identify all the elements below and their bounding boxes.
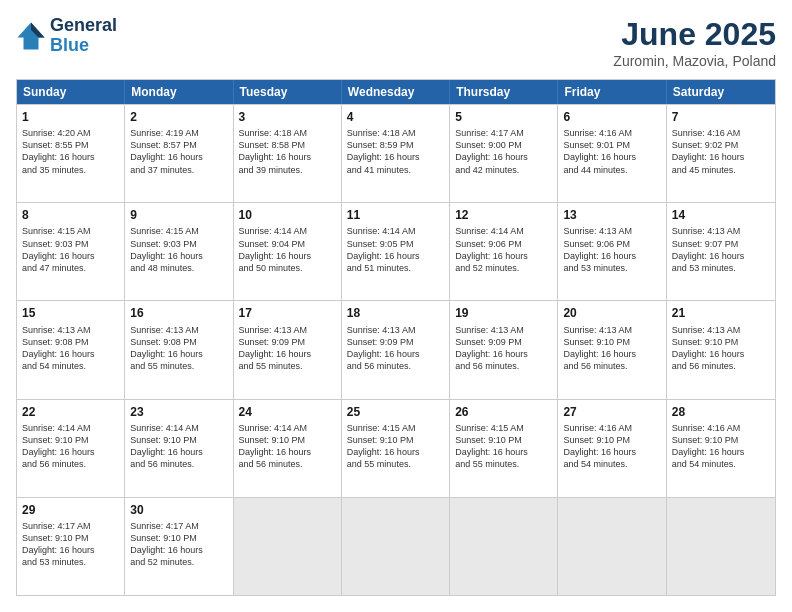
day-number: 23: [130, 404, 227, 420]
day-cell-9: 9Sunrise: 4:15 AMSunset: 9:03 PMDaylight…: [125, 203, 233, 300]
day-cell-7: 7Sunrise: 4:16 AMSunset: 9:02 PMDaylight…: [667, 105, 775, 202]
day-info: Daylight: 16 hours: [672, 446, 770, 458]
day-number: 4: [347, 109, 444, 125]
logo-blue: Blue: [50, 36, 117, 56]
day-info: Sunset: 9:09 PM: [347, 336, 444, 348]
day-info: Sunset: 9:03 PM: [22, 238, 119, 250]
day-cell-11: 11Sunrise: 4:14 AMSunset: 9:05 PMDayligh…: [342, 203, 450, 300]
day-info: and 56 minutes.: [22, 458, 119, 470]
day-info: Daylight: 16 hours: [22, 544, 119, 556]
day-info: Daylight: 16 hours: [455, 446, 552, 458]
day-cell-6: 6Sunrise: 4:16 AMSunset: 9:01 PMDaylight…: [558, 105, 666, 202]
day-info: Daylight: 16 hours: [130, 544, 227, 556]
day-info: Sunrise: 4:17 AM: [130, 520, 227, 532]
day-cell-2: 2Sunrise: 4:19 AMSunset: 8:57 PMDaylight…: [125, 105, 233, 202]
day-info: Sunset: 9:10 PM: [563, 434, 660, 446]
logo: General Blue: [16, 16, 117, 56]
day-cell-20: 20Sunrise: 4:13 AMSunset: 9:10 PMDayligh…: [558, 301, 666, 398]
day-info: Sunrise: 4:15 AM: [22, 225, 119, 237]
day-info: and 53 minutes.: [563, 262, 660, 274]
empty-cell: [558, 498, 666, 595]
day-info: Sunrise: 4:13 AM: [130, 324, 227, 336]
day-cell-5: 5Sunrise: 4:17 AMSunset: 9:00 PMDaylight…: [450, 105, 558, 202]
day-info: Sunset: 9:01 PM: [563, 139, 660, 151]
day-cell-18: 18Sunrise: 4:13 AMSunset: 9:09 PMDayligh…: [342, 301, 450, 398]
day-info: Sunrise: 4:16 AM: [563, 422, 660, 434]
day-info: Sunrise: 4:15 AM: [130, 225, 227, 237]
day-info: and 41 minutes.: [347, 164, 444, 176]
title-block: June 2025 Zuromin, Mazovia, Poland: [613, 16, 776, 69]
day-cell-10: 10Sunrise: 4:14 AMSunset: 9:04 PMDayligh…: [234, 203, 342, 300]
day-info: Sunset: 9:10 PM: [130, 434, 227, 446]
logo-icon: [16, 21, 46, 51]
day-info: Sunrise: 4:13 AM: [22, 324, 119, 336]
day-info: and 53 minutes.: [672, 262, 770, 274]
day-info: Sunset: 9:10 PM: [347, 434, 444, 446]
day-number: 26: [455, 404, 552, 420]
day-info: Sunset: 9:03 PM: [130, 238, 227, 250]
day-info: Sunrise: 4:14 AM: [239, 225, 336, 237]
day-info: Sunset: 9:09 PM: [239, 336, 336, 348]
day-number: 7: [672, 109, 770, 125]
day-info: and 56 minutes.: [239, 458, 336, 470]
day-info: Daylight: 16 hours: [672, 151, 770, 163]
day-info: and 56 minutes.: [455, 360, 552, 372]
day-number: 17: [239, 305, 336, 321]
day-info: Sunrise: 4:16 AM: [672, 422, 770, 434]
day-info: Sunrise: 4:15 AM: [455, 422, 552, 434]
day-info: Sunrise: 4:14 AM: [130, 422, 227, 434]
day-info: and 37 minutes.: [130, 164, 227, 176]
day-number: 29: [22, 502, 119, 518]
day-info: Daylight: 16 hours: [455, 348, 552, 360]
day-number: 20: [563, 305, 660, 321]
day-header-monday: Monday: [125, 80, 233, 104]
day-info: Sunrise: 4:20 AM: [22, 127, 119, 139]
empty-cell: [667, 498, 775, 595]
day-info: Daylight: 16 hours: [563, 250, 660, 262]
day-cell-4: 4Sunrise: 4:18 AMSunset: 8:59 PMDaylight…: [342, 105, 450, 202]
day-number: 28: [672, 404, 770, 420]
day-cell-8: 8Sunrise: 4:15 AMSunset: 9:03 PMDaylight…: [17, 203, 125, 300]
day-info: and 47 minutes.: [22, 262, 119, 274]
day-info: Daylight: 16 hours: [239, 348, 336, 360]
day-info: Sunrise: 4:17 AM: [455, 127, 552, 139]
day-cell-3: 3Sunrise: 4:18 AMSunset: 8:58 PMDaylight…: [234, 105, 342, 202]
day-info: Sunrise: 4:13 AM: [672, 324, 770, 336]
day-cell-12: 12Sunrise: 4:14 AMSunset: 9:06 PMDayligh…: [450, 203, 558, 300]
day-info: and 56 minutes.: [563, 360, 660, 372]
day-info: Daylight: 16 hours: [347, 348, 444, 360]
day-cell-22: 22Sunrise: 4:14 AMSunset: 9:10 PMDayligh…: [17, 400, 125, 497]
day-info: Sunset: 9:06 PM: [563, 238, 660, 250]
day-info: Sunset: 9:08 PM: [22, 336, 119, 348]
calendar: SundayMondayTuesdayWednesdayThursdayFrid…: [16, 79, 776, 596]
day-cell-23: 23Sunrise: 4:14 AMSunset: 9:10 PMDayligh…: [125, 400, 233, 497]
day-info: and 50 minutes.: [239, 262, 336, 274]
day-info: Daylight: 16 hours: [347, 250, 444, 262]
day-header-sunday: Sunday: [17, 80, 125, 104]
day-info: Sunset: 9:06 PM: [455, 238, 552, 250]
header: General Blue June 2025 Zuromin, Mazovia,…: [16, 16, 776, 69]
day-info: Sunset: 8:57 PM: [130, 139, 227, 151]
day-info: and 55 minutes.: [347, 458, 444, 470]
day-number: 18: [347, 305, 444, 321]
day-info: Sunset: 9:10 PM: [22, 434, 119, 446]
calendar-body: 1Sunrise: 4:20 AMSunset: 8:55 PMDaylight…: [17, 104, 775, 595]
day-info: Sunrise: 4:14 AM: [455, 225, 552, 237]
day-info: and 56 minutes.: [130, 458, 227, 470]
day-info: and 52 minutes.: [455, 262, 552, 274]
day-cell-19: 19Sunrise: 4:13 AMSunset: 9:09 PMDayligh…: [450, 301, 558, 398]
day-info: Sunset: 9:10 PM: [22, 532, 119, 544]
day-info: Sunrise: 4:13 AM: [239, 324, 336, 336]
day-info: Daylight: 16 hours: [22, 446, 119, 458]
empty-cell: [234, 498, 342, 595]
day-cell-29: 29Sunrise: 4:17 AMSunset: 9:10 PMDayligh…: [17, 498, 125, 595]
day-info: Sunrise: 4:13 AM: [563, 225, 660, 237]
day-info: and 52 minutes.: [130, 556, 227, 568]
day-info: Daylight: 16 hours: [22, 250, 119, 262]
day-info: and 53 minutes.: [22, 556, 119, 568]
day-number: 8: [22, 207, 119, 223]
day-number: 12: [455, 207, 552, 223]
day-number: 13: [563, 207, 660, 223]
day-info: Sunset: 9:05 PM: [347, 238, 444, 250]
day-info: and 56 minutes.: [672, 360, 770, 372]
